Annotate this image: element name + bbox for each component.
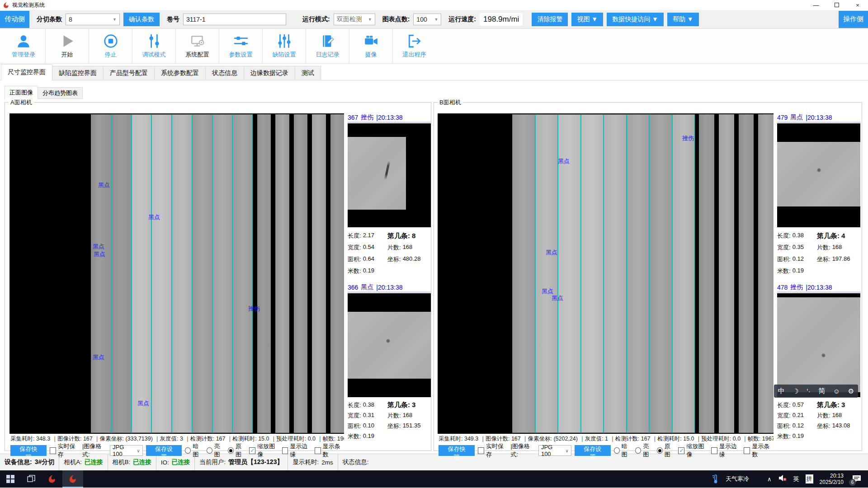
debug-mode-button[interactable]: 调试模式 <box>132 29 175 63</box>
start-button[interactable] <box>0 470 21 488</box>
view-menu-button[interactable]: 视图 ▼ <box>571 13 603 26</box>
taskbar-app-icon[interactable] <box>42 470 62 488</box>
camera-a-conn-status: 已连接 <box>85 458 103 466</box>
defect-marker-label: 黑点 <box>552 294 563 302</box>
defect-thumbnail[interactable] <box>348 293 431 397</box>
exit-program-button[interactable]: 退出程序 <box>392 29 436 63</box>
ime-indicator[interactable]: 拼 <box>806 474 813 483</box>
show-edge-checkbox[interactable] <box>711 447 717 454</box>
windows-logo-icon <box>6 475 14 483</box>
defect-marker-label: 黑点 <box>93 243 104 251</box>
save-snapshot-button[interactable]: 保存快照 <box>10 445 47 456</box>
notification-center-button[interactable]: 6 <box>850 473 863 485</box>
subtab-front-image[interactable]: 正面图像 <box>5 86 38 99</box>
slit-count-select[interactable]: 8▼ <box>66 14 120 25</box>
tray-expand-chevron[interactable]: ∧ <box>767 476 772 483</box>
language-indicator[interactable]: 英 <box>793 475 799 483</box>
tab-system-param-config[interactable]: 系统参数配置 <box>155 66 206 80</box>
defect-card: 479黑点|20:13:38 长度:0.38 第几条:4 宽度:0.35 <box>777 113 860 273</box>
zoom-image-checkbox[interactable] <box>249 447 255 454</box>
camera-a-title: A面相机 <box>9 99 34 107</box>
camera-a-strip-zone <box>91 114 253 433</box>
taskbar-clock[interactable]: 20:13 2025/2/10 <box>820 473 844 485</box>
roll-number-input[interactable]: 3117-1 <box>183 14 286 25</box>
param-settings-button[interactable]: 参数设置 <box>219 29 262 63</box>
ime-punct-icon[interactable]: ’· <box>807 387 810 395</box>
ime-emoji-icon[interactable]: ☺ <box>833 387 840 395</box>
ime-simplified-toggle[interactable]: 简 <box>818 387 825 395</box>
realtime-save-checkbox[interactable] <box>478 447 484 454</box>
tab-defect-monitor[interactable]: 缺陷监控界面 <box>52 66 104 80</box>
close-button[interactable]: × <box>847 0 868 10</box>
volume-muted-icon[interactable] <box>778 474 787 483</box>
defect-marker-label: 挫伤 <box>682 134 694 142</box>
task-view-button[interactable] <box>21 470 42 488</box>
defect-title: 479黑点|20:13:38 <box>777 113 860 122</box>
start-button[interactable]: 开始 <box>45 29 89 63</box>
image-format-select[interactable]: JPG 100∨ <box>110 445 143 456</box>
save-snapshot-button[interactable]: 保存快照 <box>439 445 475 456</box>
help-menu-button[interactable]: 帮助 ▼ <box>667 13 699 26</box>
minimize-button[interactable]: — <box>806 0 826 10</box>
ime-settings-gear-icon[interactable]: ⚙ <box>848 387 854 395</box>
defect-settings-button[interactable]: 缺陷设置 <box>262 29 306 63</box>
ime-mode-toggle[interactable]: 中 <box>778 387 785 395</box>
chart-points-label: 图表点数: <box>382 15 410 23</box>
camera-a-status-line: 采集耗时: 348.3 ｜图像计数: 167 ｜像素坐标: (333,7139)… <box>10 435 344 443</box>
tab-edge-data-record[interactable]: 边缘数据记录 <box>244 66 295 80</box>
operate-side-button[interactable]: 操作侧 <box>839 11 868 28</box>
taskbar-app-icon-active[interactable] <box>62 470 83 488</box>
capture-camera-button[interactable]: 摄像 <box>349 29 392 63</box>
camera-b-live-image: 挫伤 黑点 黑点 黑点 黑点 <box>438 113 774 434</box>
sub-tab-bar: 正面图像 分布趋势图表 <box>5 86 83 99</box>
save-settings-button[interactable]: 保存设置 <box>575 445 611 456</box>
video-camera-icon <box>363 33 379 49</box>
chart-points-select[interactable]: 100▼ <box>413 14 441 25</box>
taskbar-time: 20:13 <box>820 473 844 479</box>
subtab-trend-chart[interactable]: 分布趋势图表 <box>38 87 83 99</box>
dark-image-radio[interactable] <box>185 447 191 454</box>
run-mode-select[interactable]: 双面检测▼ <box>334 14 375 25</box>
data-quick-access-menu-button[interactable]: 数据快捷访问 ▼ <box>607 13 664 26</box>
taskbar-date: 2025/2/10 <box>820 479 844 485</box>
ime-fullhalf-icon[interactable]: ☽ <box>793 387 798 395</box>
dark-image-radio[interactable] <box>614 447 620 454</box>
defect-title: 366黑点|20:13:38 <box>348 282 431 292</box>
show-strips-checkbox[interactable] <box>315 447 321 454</box>
slit-count-label: 分切条数 <box>37 15 62 23</box>
show-edge-checkbox[interactable] <box>282 447 288 454</box>
bright-image-radio[interactable] <box>207 447 212 454</box>
tab-product-model-config[interactable]: 产品型号配置 <box>104 66 155 80</box>
camera-b-panel: B面相机 挫伤 黑点 黑点 黑点 黑点 479黑点|20:13:38 <box>434 102 862 451</box>
defect-thumbnail[interactable] <box>348 123 431 227</box>
drive-side-button[interactable]: 传动侧 <box>0 11 29 28</box>
maximize-button[interactable] <box>826 0 847 10</box>
zoom-image-checkbox[interactable] <box>678 447 684 454</box>
defect-thumbnail[interactable] <box>777 293 860 397</box>
tab-status-info[interactable]: 状态信息 <box>206 66 244 80</box>
tab-size-monitor[interactable]: 尺寸监控界面 <box>1 64 52 80</box>
original-image-radio[interactable] <box>228 447 234 454</box>
image-format-select[interactable]: JPG 100∨ <box>538 445 571 456</box>
admin-login-button[interactable]: 管理登录 <box>2 29 45 63</box>
bright-image-radio[interactable] <box>635 447 641 454</box>
realtime-save-checkbox[interactable] <box>50 447 56 454</box>
chevron-down-icon: ∨ <box>137 448 140 453</box>
show-strips-checkbox[interactable] <box>744 447 750 454</box>
log-record-button[interactable]: 日志记录 <box>306 29 349 63</box>
confirm-count-button[interactable]: 确认条数 <box>123 13 160 26</box>
maximize-icon <box>835 3 839 7</box>
run-speed-value: 198.9m/mi <box>480 13 523 26</box>
app-logo-icon <box>3 2 9 9</box>
original-image-radio[interactable] <box>657 447 663 454</box>
system-config-button[interactable]: 系统配置 <box>175 29 219 63</box>
app-window: 视觉检测系统 — × 传动侧 分切条数 8▼ 确认条数 卷号 3117-1 运行… <box>0 0 868 488</box>
clear-alarm-button[interactable]: 清除报警 <box>532 13 568 26</box>
user-icon <box>16 33 31 49</box>
tab-test[interactable]: 测试 <box>295 66 321 80</box>
weather-text[interactable]: 天气寒冷 <box>726 475 749 483</box>
camera-b-conn-status: 已连接 <box>133 458 151 466</box>
save-settings-button[interactable]: 保存设置 <box>146 445 182 456</box>
defect-thumbnail[interactable] <box>777 123 860 227</box>
stop-button[interactable]: 停止 <box>89 29 132 63</box>
